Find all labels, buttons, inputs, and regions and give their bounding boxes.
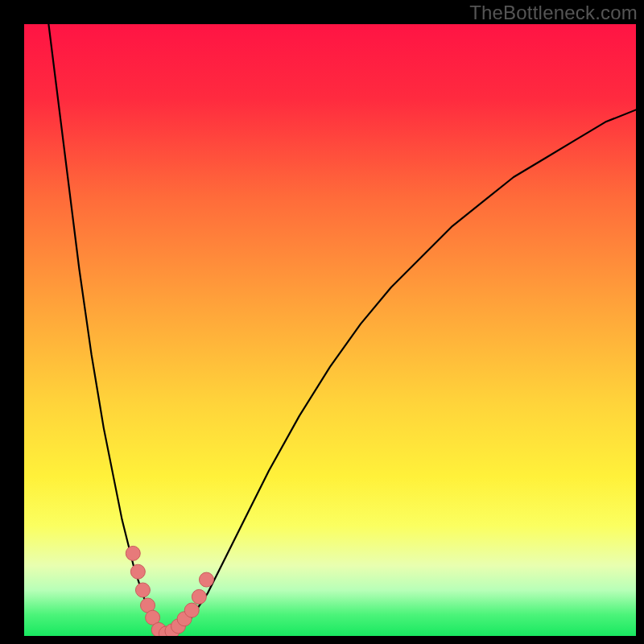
chart-svg xyxy=(24,24,636,636)
marker-point xyxy=(130,564,145,579)
marker-point xyxy=(192,589,206,604)
plot-area xyxy=(24,24,636,636)
marker-point xyxy=(135,583,150,597)
marker-point xyxy=(184,603,199,617)
marker-point xyxy=(199,572,213,587)
marker-point xyxy=(126,546,140,560)
chart-frame: TheBottleneck.com xyxy=(0,0,644,644)
watermark-text: TheBottleneck.com xyxy=(469,2,638,24)
gradient-background xyxy=(24,24,636,636)
